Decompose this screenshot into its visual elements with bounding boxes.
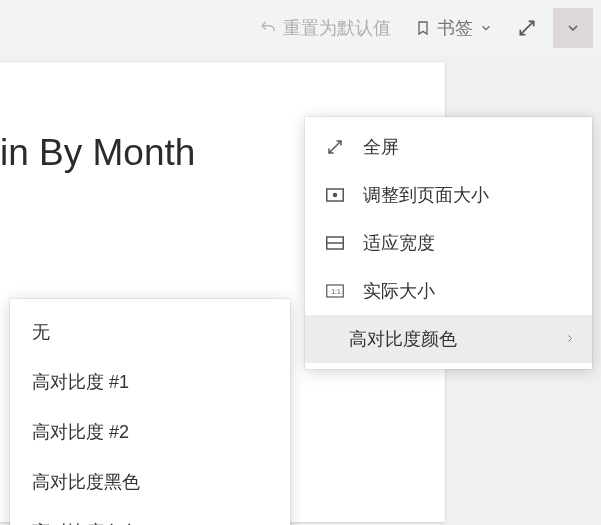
bookmark-button[interactable]: 书签 [407, 10, 501, 46]
content-area: in By Month 全屏 调整到页面大小 [0, 56, 601, 525]
menu-item-high-contrast[interactable]: 高对比度颜色 [305, 315, 592, 363]
submenu-item-label: 高对比度 #1 [32, 372, 129, 392]
submenu-item-none[interactable]: 无 [10, 307, 290, 357]
menu-item-label: 全屏 [363, 135, 399, 159]
fit-page-icon [325, 185, 345, 205]
submenu-item-hc-white[interactable]: 高对比度白色 [10, 507, 290, 525]
fullscreen-icon [517, 18, 537, 38]
submenu-item-hc-black[interactable]: 高对比度黑色 [10, 457, 290, 507]
svg-point-1 [334, 194, 337, 197]
toolbar: 重置为默认值 书签 [0, 0, 601, 56]
svg-text:1:1: 1:1 [331, 288, 341, 295]
menu-item-fit-width[interactable]: 适应宽度 [305, 219, 592, 267]
chevron-down-icon [565, 20, 581, 36]
fit-width-icon [325, 233, 345, 253]
high-contrast-submenu: 无 高对比度 #1 高对比度 #2 高对比度黑色 高对比度白色 [10, 299, 290, 525]
menu-item-label: 调整到页面大小 [363, 183, 489, 207]
menu-item-label: 实际大小 [363, 279, 435, 303]
submenu-item-label: 高对比度黑色 [32, 472, 140, 492]
fullscreen-icon [325, 137, 345, 157]
submenu-item-hc1[interactable]: 高对比度 #1 [10, 357, 290, 407]
bookmark-label: 书签 [437, 16, 473, 40]
chevron-right-icon [564, 329, 576, 350]
view-menu-toggle-button[interactable] [553, 8, 593, 48]
fullscreen-toggle-button[interactable] [509, 12, 545, 44]
reset-default-button[interactable]: 重置为默认值 [251, 10, 399, 46]
menu-item-label: 适应宽度 [363, 231, 435, 255]
view-menu: 全屏 调整到页面大小 适应宽度 1:1 [305, 117, 592, 369]
menu-item-fit-page[interactable]: 调整到页面大小 [305, 171, 592, 219]
reset-default-label: 重置为默认值 [283, 16, 391, 40]
actual-size-icon: 1:1 [325, 281, 345, 301]
submenu-item-label: 高对比度 #2 [32, 422, 129, 442]
submenu-item-label: 无 [32, 322, 50, 342]
undo-icon [259, 19, 277, 37]
menu-item-actual-size[interactable]: 1:1 实际大小 [305, 267, 592, 315]
submenu-item-hc2[interactable]: 高对比度 #2 [10, 407, 290, 457]
bookmark-icon [415, 19, 431, 37]
menu-item-fullscreen[interactable]: 全屏 [305, 123, 592, 171]
menu-item-label: 高对比度颜色 [349, 327, 457, 351]
chevron-down-icon [479, 21, 493, 35]
